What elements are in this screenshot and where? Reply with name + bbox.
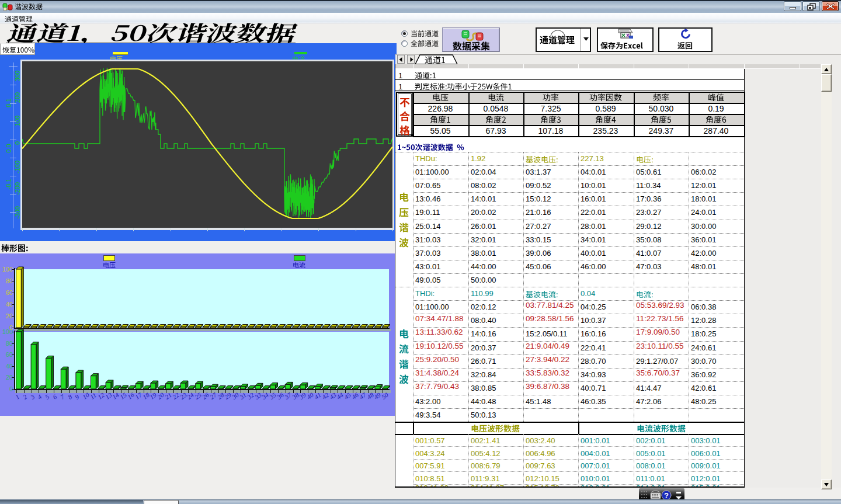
- svg-text:?: ?: [664, 491, 669, 500]
